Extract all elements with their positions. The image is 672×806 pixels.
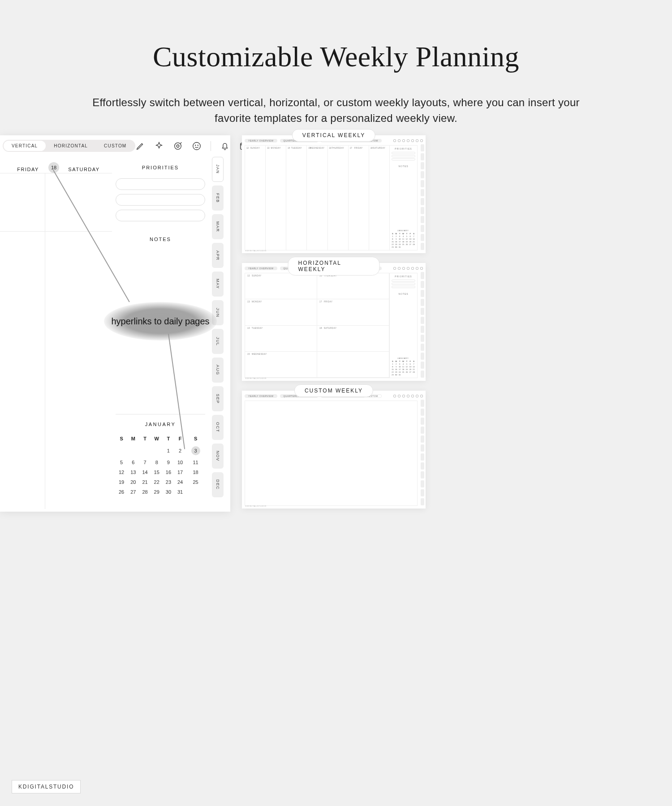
month-tab-mar[interactable]: MAR [212, 214, 224, 239]
month-tabs [421, 272, 424, 378]
mini-cal-day[interactable]: 8 [151, 457, 163, 467]
mini-cal-day[interactable]: 17 [174, 467, 186, 477]
mini-cal-day[interactable]: 24 [174, 477, 186, 487]
day-cell[interactable]: 14 TUESDAY [245, 326, 317, 352]
priority-line[interactable] [116, 178, 205, 190]
target-icon[interactable] [173, 141, 183, 151]
month-tab-nov[interactable]: NOV [212, 444, 224, 469]
mini-cal-day[interactable]: 29 [151, 487, 163, 497]
page-title: Customizable Weekly Planning [0, 40, 672, 73]
mini-cal-day[interactable]: 27 [127, 487, 139, 497]
mini-cal-day[interactable]: 10 [174, 457, 186, 467]
mini-cal-day[interactable]: 18 [186, 467, 205, 477]
svg-point-4 [198, 145, 198, 145]
mini-cal-day[interactable]: 6 [127, 457, 139, 467]
priority-line[interactable] [116, 194, 205, 206]
topbar-pill[interactable]: YEARLY OVERVIEW [245, 267, 277, 270]
day-cell[interactable]: 13 MONDAY [245, 299, 317, 325]
mini-cal-day[interactable]: 16 [163, 467, 174, 477]
month-tabs [421, 144, 424, 250]
mini-cal-day[interactable]: 23 [163, 477, 174, 487]
month-tab-may[interactable]: MAY [212, 272, 224, 297]
mini-cal-dow: M [127, 433, 139, 444]
day-cell[interactable]: 12 SUNDAY [245, 273, 317, 299]
mini-cal-dow: F [174, 433, 186, 444]
mini-cal-day[interactable]: 19 [116, 477, 127, 487]
mini-cal-dow: T [163, 433, 174, 444]
month-tabs [421, 400, 424, 505]
notes-heading: NOTES [116, 237, 205, 242]
day-cell[interactable]: 18 SATURDAY [317, 326, 389, 352]
month-tab-jul[interactable]: JUL [212, 329, 224, 354]
svg-point-3 [195, 145, 196, 145]
mini-cal-day[interactable]: 21 [139, 477, 151, 487]
month-tab-aug[interactable]: AUG [212, 358, 224, 383]
topbar-pill[interactable]: YEARLY OVERVIEW [245, 394, 277, 398]
callout-text: hyperlinks to daily pages [111, 316, 209, 327]
svg-point-0 [175, 142, 181, 149]
bell-icon[interactable] [220, 141, 230, 151]
mini-cal-day[interactable]: 3 [186, 444, 205, 457]
mini-cal-day[interactable]: 14 [139, 467, 151, 477]
mini-cal-day [186, 487, 205, 497]
mini-cal-day[interactable]: 5 [116, 457, 127, 467]
month-tab-jan[interactable]: JAN [212, 157, 224, 182]
day-column[interactable]: 15WEDNESDAY [307, 146, 327, 250]
mini-cal-day[interactable]: 28 [139, 487, 151, 497]
planner-grid [0, 173, 112, 509]
toolbar-divider [211, 141, 211, 151]
month-tab-apr[interactable]: APR [212, 243, 224, 268]
sparkle-icon[interactable] [154, 141, 164, 151]
day-cell[interactable]: 17 FRIDAY [317, 299, 389, 325]
day-cell[interactable]: 16 THURSDAY [317, 273, 389, 299]
smile-icon[interactable] [192, 141, 202, 151]
mini-cal-day[interactable]: 1 [163, 444, 174, 457]
callout-bubble: hyperlinks to daily pages [104, 302, 217, 341]
month-tab-sep[interactable]: SEP [212, 386, 224, 411]
pencil-icon[interactable] [135, 141, 145, 151]
mini-cal-day[interactable]: 15 [151, 467, 163, 477]
mini-cal-day[interactable]: 7 [139, 457, 151, 467]
mini-cal-day[interactable]: 25 [186, 477, 205, 487]
mini-cal-day[interactable]: 12 [116, 467, 127, 477]
tab-vertical[interactable]: VERTICAL [4, 141, 46, 151]
tab-horizontal[interactable]: HORIZONTAL [46, 141, 96, 151]
svg-point-2 [193, 142, 201, 150]
footer-brand: KDIGITALSTUDIO [246, 505, 267, 507]
mini-cal-day[interactable]: 20 [127, 477, 139, 487]
month-tab-feb[interactable]: FEB [212, 185, 224, 211]
footer-brand: KDIGITALSTUDIO [246, 250, 267, 252]
month-tab-oct[interactable]: OCT [212, 415, 224, 440]
day-column[interactable]: 16THURSDAY [328, 146, 349, 250]
day-column[interactable]: 13MONDAY [266, 146, 286, 250]
toolbar [393, 267, 423, 270]
day-cell [317, 352, 389, 378]
tab-custom[interactable]: CUSTOM [96, 141, 134, 151]
mini-cal-day[interactable]: 30 [163, 487, 174, 497]
day-cell[interactable]: 15 WEDNESDAY [245, 352, 317, 378]
day-column[interactable]: 12SUNDAY [245, 146, 266, 250]
day-column[interactable]: 18SATURDAY [369, 146, 389, 250]
footer-brand: KDIGITALSTUDIO [246, 377, 267, 379]
priorities-heading: PRIORITIES [390, 275, 417, 278]
day-column[interactable]: 14TUESDAY [286, 146, 307, 250]
mini-cal-dow: T [139, 433, 151, 444]
mini-cal-day[interactable]: 13 [127, 467, 139, 477]
month-tab-dec[interactable]: DEC [212, 472, 224, 497]
day-column[interactable]: 17FRIDAY [349, 146, 369, 250]
mini-cal-day[interactable]: 26 [116, 487, 127, 497]
page-subtitle: Effortlessly switch between vertical, ho… [85, 95, 587, 126]
mini-cal-day[interactable]: 22 [151, 477, 163, 487]
priorities-heading: PRIORITIES [116, 165, 205, 170]
toolbar [393, 139, 423, 142]
mini-cal-day [151, 444, 163, 457]
mini-cal-day[interactable]: 31 [174, 487, 186, 497]
mini-cal-day[interactable]: 9 [163, 457, 174, 467]
layout-tab-group: VERTICAL HORIZONTAL CUSTOM [3, 140, 135, 152]
mini-cal-day [139, 444, 151, 457]
mini-calendar: JANUARY SMTWTFS1234567891011121314151617… [391, 357, 415, 376]
mini-calendar-month: JANUARY [116, 414, 205, 427]
topbar-pill[interactable]: YEARLY OVERVIEW [245, 139, 277, 142]
mini-cal-day[interactable]: 11 [186, 457, 205, 467]
priority-line[interactable] [116, 210, 205, 221]
